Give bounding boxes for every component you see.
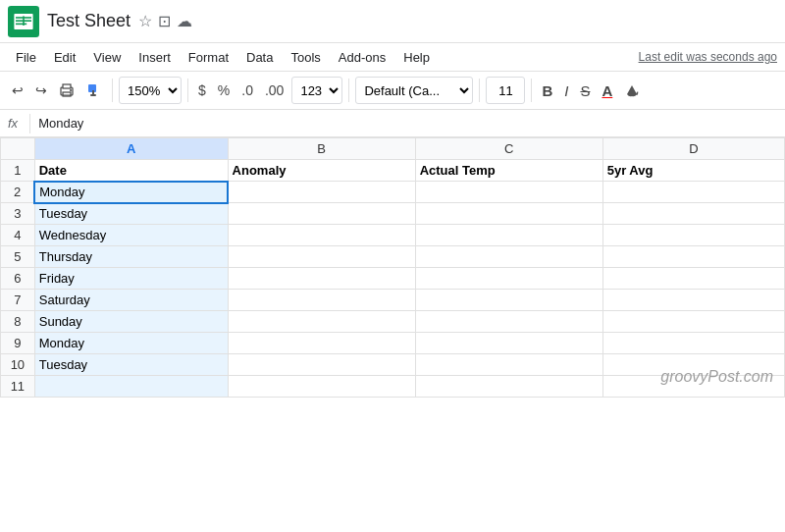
cell-7-c[interactable] [415,290,602,311]
cell-1-d[interactable]: 5yr Avg [602,160,784,182]
row-number[interactable]: 10 [1,354,35,376]
cell-4-b[interactable] [228,225,415,246]
row-number[interactable]: 1 [1,160,35,182]
cell-5-a[interactable]: Thursday [34,246,228,268]
menu-insert[interactable]: Insert [131,47,179,68]
redo-button[interactable]: ↪ [31,80,51,101]
row-number[interactable]: 9 [1,333,35,354]
menu-tools[interactable]: Tools [283,47,328,68]
formula-bar-divider [29,114,30,133]
zoom-select[interactable]: 150% 100% 75% [119,77,182,104]
cell-6-c[interactable] [415,268,602,290]
table-row: 7Saturday [1,290,785,311]
col-header-b[interactable]: B [228,138,415,160]
folder-icon[interactable]: ⊡ [158,12,171,30]
cell-6-d[interactable] [602,268,784,290]
menu-edit[interactable]: Edit [46,47,83,68]
cell-7-a[interactable]: Saturday [34,290,228,311]
cell-1-c[interactable]: Actual Temp [415,160,602,182]
undo-button[interactable]: ↩ [8,80,27,101]
row-number[interactable]: 7 [1,290,35,311]
font-color-button[interactable]: A [598,80,616,102]
cell-3-b[interactable] [228,203,415,225]
cell-5-c[interactable] [415,246,602,268]
cell-11-b[interactable] [228,376,415,398]
fill-color-button[interactable] [620,80,644,101]
cell-11-c[interactable] [415,376,602,398]
cell-6-b[interactable] [228,268,415,290]
formula-bar: fx Monday [0,110,785,137]
col-header-d[interactable]: D [602,138,784,160]
row-number[interactable]: 6 [1,268,35,290]
menu-bar: File Edit View Insert Format Data Tools … [0,43,785,71]
bold-button[interactable]: B [538,80,556,102]
print-button[interactable] [55,80,78,101]
cell-7-d[interactable] [602,290,784,311]
toolbar: ↩ ↪ 150% 100% 75% $ % .0 .00 123 Default… [0,71,785,110]
italic-button[interactable]: I [560,80,572,102]
font-size-input[interactable] [486,77,525,104]
cell-2-c[interactable] [415,182,602,203]
cell-9-b[interactable] [228,333,415,354]
row-number[interactable]: 3 [1,203,35,225]
toolbar-divider-3 [348,79,349,102]
cell-7-b[interactable] [228,290,415,311]
table-row: 2Monday [1,182,785,203]
cell-4-d[interactable] [602,225,784,246]
row-number[interactable]: 5 [1,246,35,268]
cell-10-a[interactable]: Tuesday [34,354,228,376]
menu-file[interactable]: File [8,47,44,68]
font-family-select[interactable]: Default (Ca... [355,77,473,104]
cell-3-d[interactable] [602,203,784,225]
row-number[interactable]: 8 [1,311,35,333]
number-format-select[interactable]: 123 [291,77,342,104]
cell-11-a[interactable] [34,376,228,398]
cell-2-d[interactable] [602,182,784,203]
menu-data[interactable]: Data [238,47,281,68]
cell-9-a[interactable]: Monday [34,333,228,354]
cell-10-b[interactable] [228,354,415,376]
decimal-increase-button[interactable]: .00 [261,80,288,101]
row-number[interactable]: 2 [1,182,35,203]
currency-button[interactable]: $ [194,80,210,101]
cell-5-d[interactable] [602,246,784,268]
menu-help[interactable]: Help [395,47,438,68]
table-row: 3Tuesday [1,203,785,225]
cell-10-c[interactable] [415,354,602,376]
cell-9-c[interactable] [415,333,602,354]
cell-3-a[interactable]: Tuesday [34,203,228,225]
percent-button[interactable]: % [214,80,234,101]
row-number[interactable]: 4 [1,225,35,246]
cell-1-b[interactable]: Anomaly [228,160,415,182]
menu-format[interactable]: Format [181,47,236,68]
menu-addons[interactable]: Add-ons [331,47,393,68]
cell-4-a[interactable]: Wednesday [34,225,228,246]
svg-rect-12 [90,94,96,96]
cell-8-c[interactable] [415,311,602,333]
cell-9-d[interactable] [602,333,784,354]
cell-2-b[interactable] [228,182,415,203]
decimal-decrease-button[interactable]: .0 [237,80,257,101]
cell-3-c[interactable] [415,203,602,225]
cell-1-a[interactable]: Date [34,160,228,182]
col-header-a[interactable]: A [34,138,228,160]
menu-view[interactable]: View [85,47,129,68]
paint-format-button[interactable] [82,80,106,101]
toolbar-divider-2 [187,79,188,102]
star-icon[interactable]: ☆ [138,12,152,30]
cell-5-b[interactable] [228,246,415,268]
cell-8-a[interactable]: Sunday [34,311,228,333]
svg-point-9 [70,89,72,91]
strikethrough-button[interactable]: S [576,80,594,102]
row-number[interactable]: 11 [1,376,35,398]
cell-4-c[interactable] [415,225,602,246]
cell-8-b[interactable] [228,311,415,333]
cell-2-a[interactable]: Monday [34,182,228,203]
formula-content[interactable]: Monday [38,116,777,131]
col-header-c[interactable]: C [415,138,602,160]
print-icon [59,82,75,98]
cell-8-d[interactable] [602,311,784,333]
cloud-icon[interactable]: ☁ [177,12,192,30]
paint-format-icon [86,82,102,98]
cell-6-a[interactable]: Friday [34,268,228,290]
